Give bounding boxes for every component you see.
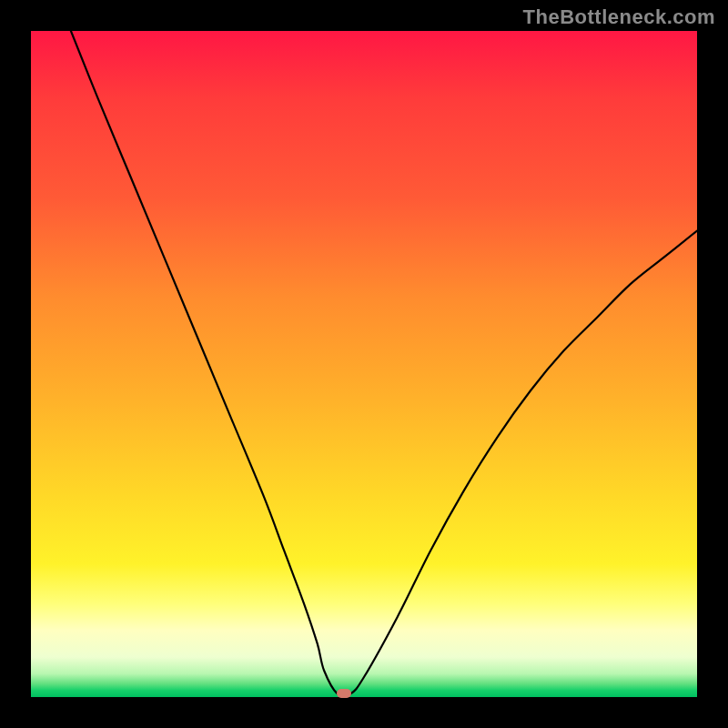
watermark-text: TheBottleneck.com xyxy=(523,5,715,29)
bottleneck-curve xyxy=(31,31,697,697)
chart-frame: TheBottleneck.com xyxy=(0,0,728,728)
plot-area xyxy=(31,31,697,697)
optimal-point-marker xyxy=(337,689,351,698)
